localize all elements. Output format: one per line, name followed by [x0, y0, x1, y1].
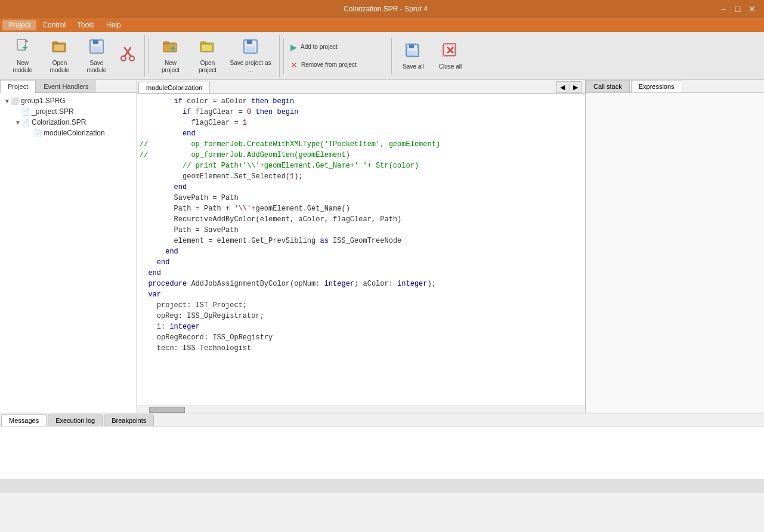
tab-execution-log[interactable]: Execution log	[48, 415, 103, 426]
code-line: // print Path+'\\'+geomElement.Get_Name+…	[140, 160, 583, 171]
code-line: Path = SavePath	[140, 225, 583, 236]
horizontal-scrollbar[interactable]	[137, 406, 585, 413]
save-project-as-button[interactable]: ... Save project as ...	[227, 37, 274, 75]
tree-item-colorization[interactable]: ▼ 📄 Colorization.SPR	[2, 117, 134, 128]
tree-label-module: moduleColorization	[44, 129, 105, 137]
bottom-panel: Messages Execution log Breakpoints	[0, 413, 764, 480]
open-project-icon	[199, 38, 216, 57]
code-line: // op_formerJob.AddGeomItem(geomElement)	[140, 150, 583, 160]
tree-item-module-colorization[interactable]: ▶ 📄 moduleColorization	[2, 128, 134, 138]
svg-rect-20	[202, 44, 212, 51]
tree-icon-group1: ⬜	[11, 97, 19, 105]
svg-rect-8	[93, 40, 98, 44]
tree-item-project[interactable]: ▶ 📄 _project.SPR	[2, 106, 134, 117]
maximize-button[interactable]: □	[732, 3, 744, 15]
tree-icon-colorization: 📄	[21, 119, 30, 126]
code-line: RecurciveAddByColor(element, aColor, fla…	[140, 214, 583, 225]
tab-project[interactable]: Project	[0, 80, 36, 93]
window-controls: − □ ✕	[717, 3, 758, 15]
save-project-as-icon: ...	[242, 38, 259, 57]
expressions-content	[586, 93, 764, 413]
code-line: procedure AddJobAssignmentByColor(opNum:…	[140, 279, 583, 289]
save-all-button[interactable]: Save all	[395, 37, 431, 75]
remove-from-project-icon: ✕	[290, 60, 298, 70]
tree-item-group1[interactable]: ▼ ⬜ group1.SPRG	[2, 95, 134, 106]
left-panel-tabs: Project Event Handlers	[0, 80, 137, 93]
code-line: tecn: ISS Technologist	[140, 343, 583, 354]
scrollbar-thumb[interactable]	[149, 407, 185, 413]
close-all-button[interactable]: Close all	[432, 37, 468, 75]
close-all-icon	[442, 42, 459, 61]
minimize-button[interactable]: −	[717, 3, 729, 15]
editor-nav-back[interactable]: ◀	[556, 81, 568, 93]
tab-messages[interactable]: Messages	[1, 415, 47, 426]
right-panel-tabs: Call stack Expressions	[586, 80, 764, 93]
code-line: i: integer	[140, 321, 583, 332]
new-project-icon	[162, 38, 179, 57]
cut-button[interactable]	[116, 37, 140, 75]
menu-project[interactable]: Project	[2, 20, 36, 30]
code-line: SavePath = Path	[140, 193, 583, 203]
new-module-button[interactable]: New module	[5, 37, 41, 75]
menu-tools[interactable]: Tools	[72, 20, 100, 30]
new-module-icon	[14, 38, 31, 57]
remove-from-project-label: Remove from project	[301, 61, 357, 69]
messages-content	[0, 426, 764, 480]
svg-rect-0	[17, 39, 26, 50]
editor-navigation: ◀ ▶	[556, 81, 584, 93]
close-button[interactable]: ✕	[746, 3, 758, 15]
toolbar-group-addremove: ▶ Add to project ✕ Remove from project	[287, 35, 388, 77]
editor-tab-module-colorization[interactable]: moduleColorization	[138, 82, 210, 93]
new-project-button[interactable]: New project	[153, 37, 188, 75]
menu-help[interactable]: Help	[100, 20, 127, 30]
tab-breakpoints[interactable]: Breakpoints	[104, 415, 154, 426]
code-line: end	[140, 128, 583, 139]
svg-rect-26	[409, 45, 414, 48]
save-module-label: Save module	[82, 60, 112, 74]
menu-control[interactable]: Control	[36, 20, 72, 30]
new-project-label: New project	[156, 60, 185, 74]
right-panel: Call stack Expressions	[585, 80, 764, 413]
code-line: end	[140, 246, 583, 257]
svg-rect-9	[92, 47, 101, 52]
open-module-icon	[51, 38, 68, 57]
save-module-button[interactable]: Save module	[79, 37, 115, 75]
editor-nav-forward[interactable]: ▶	[570, 81, 581, 93]
svg-rect-5	[52, 42, 58, 44]
left-panel: Project Event Handlers ▼ ⬜ group1.SPRG ▶…	[0, 80, 137, 413]
add-to-project-label: Add to project	[301, 44, 338, 51]
new-module-label: New module	[8, 60, 38, 74]
toolbar-group-module: New module Open module Save module	[5, 35, 145, 77]
tree-label-colorization: Colorization.SPR	[32, 118, 86, 126]
editor-tab-bar: moduleColorization ◀ ▶	[137, 80, 585, 94]
code-editor[interactable]: if color = aColor then begin if flagClea…	[137, 94, 585, 406]
tree-expand-colorization[interactable]: ▼	[14, 119, 21, 126]
title-bar: Colorization.SPR - Sprut 4 − □ ✕	[0, 0, 764, 18]
project-tree: ▼ ⬜ group1.SPRG ▶ 📄 _project.SPR ▼ 📄 Col…	[0, 93, 137, 413]
svg-rect-6	[54, 44, 64, 51]
open-module-label: Open module	[45, 60, 75, 74]
add-to-project-button[interactable]: ▶ Add to project	[287, 39, 383, 55]
tree-expand-group1[interactable]: ▼	[4, 98, 11, 104]
svg-rect-22	[247, 40, 252, 44]
close-all-label: Close all	[439, 63, 462, 70]
open-module-button[interactable]: Open module	[42, 37, 78, 75]
title-bar-title: Colorization.SPR - Sprut 4	[54, 5, 717, 13]
svg-rect-23	[246, 47, 255, 52]
status-bar	[0, 480, 764, 493]
code-line: geomElement.Set_Selected(1);	[140, 171, 583, 182]
main-area: Project Event Handlers ▼ ⬜ group1.SPRG ▶…	[0, 80, 764, 413]
bottom-tabs: Messages Execution log Breakpoints	[0, 413, 764, 426]
remove-from-project-button[interactable]: ✕ Remove from project	[287, 57, 383, 73]
tab-event-handlers[interactable]: Event Handlers	[36, 80, 96, 92]
code-line: opReg: ISS_OpRegistrator;	[140, 311, 583, 321]
tab-expressions[interactable]: Expressions	[631, 80, 682, 92]
open-project-button[interactable]: Open project	[190, 37, 225, 75]
code-line: element = element.Get_PrevSibling as ISS…	[140, 236, 583, 246]
code-line: end	[140, 268, 583, 279]
svg-point-12	[121, 56, 126, 61]
toolbar-group-project: New project Open project ...	[153, 35, 280, 77]
tab-call-stack[interactable]: Call stack	[586, 80, 630, 92]
save-project-as-label: Save project as ...	[230, 60, 271, 74]
svg-point-13	[129, 56, 134, 61]
